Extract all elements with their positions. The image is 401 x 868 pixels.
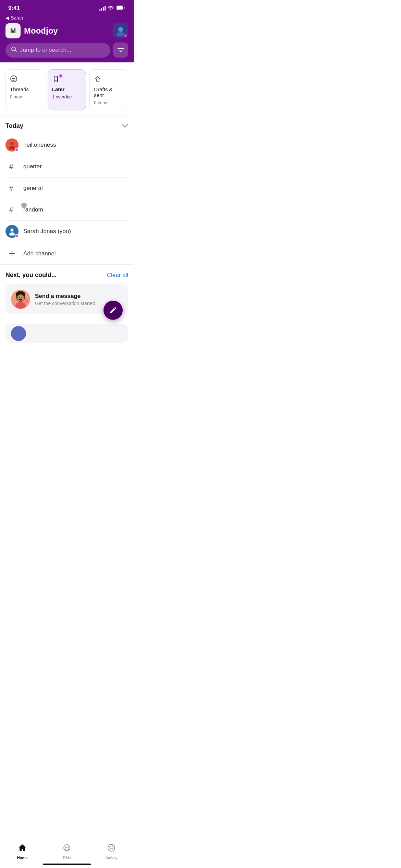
neil-name: neil.oneness bbox=[23, 142, 56, 148]
header-top: M Moodjoy bbox=[5, 23, 128, 38]
svg-point-27 bbox=[19, 297, 20, 298]
suggestion-card-message[interactable]: Send a message Get the conversation star… bbox=[5, 284, 128, 314]
status-icons bbox=[99, 5, 125, 11]
later-label: Later bbox=[52, 86, 82, 92]
svg-point-2 bbox=[118, 27, 123, 32]
threads-icon bbox=[10, 75, 20, 84]
next-section: Next, you could... Clear all bbox=[0, 264, 134, 348]
brand-logo: M bbox=[5, 23, 21, 38]
neil-avatar bbox=[5, 138, 19, 152]
user-avatar[interactable] bbox=[113, 23, 128, 38]
svg-point-11 bbox=[13, 78, 14, 79]
compose-fab-button[interactable] bbox=[104, 301, 123, 320]
sarah-name: Sarah Jonas (you) bbox=[23, 228, 71, 235]
svg-point-20 bbox=[9, 232, 15, 236]
brand: M Moodjoy bbox=[5, 23, 58, 38]
today-chevron-icon[interactable] bbox=[121, 122, 128, 130]
drafts-sub: 0 items bbox=[94, 100, 124, 105]
drafts-card[interactable]: Drafts & sent 0 items bbox=[89, 69, 128, 110]
channel-quarter-name: quarter bbox=[23, 163, 42, 170]
svg-point-29 bbox=[19, 299, 22, 301]
suggestion-avatar bbox=[11, 290, 30, 309]
svg-point-32 bbox=[26, 301, 27, 302]
search-bar[interactable]: Jump to or search... bbox=[5, 43, 110, 58]
svg-point-10 bbox=[12, 78, 13, 79]
search-icon bbox=[11, 46, 17, 54]
svg-point-14 bbox=[10, 142, 14, 145]
svg-line-5 bbox=[15, 50, 17, 52]
safari-back[interactable]: ◀ Safari bbox=[5, 15, 128, 21]
svg-point-31 bbox=[24, 301, 25, 302]
threads-label: Threads bbox=[10, 86, 40, 92]
svg-point-28 bbox=[22, 297, 23, 298]
channel-general-item[interactable]: # general bbox=[5, 178, 128, 199]
svg-marker-13 bbox=[95, 76, 100, 81]
drafts-label: Drafts & sent bbox=[94, 86, 124, 98]
neil-status-dot bbox=[15, 148, 19, 152]
svg-point-33 bbox=[15, 302, 26, 309]
channel-general-name: general bbox=[23, 185, 43, 192]
sarah-status-dot bbox=[15, 234, 19, 238]
svg-point-12 bbox=[14, 78, 15, 79]
next-header: Next, you could... Clear all bbox=[5, 272, 128, 279]
signal-icon bbox=[99, 6, 106, 11]
channel-general-icon: # bbox=[5, 182, 19, 195]
channel-random-icon: # bbox=[5, 203, 19, 216]
status-bar: 9:41 bbox=[0, 0, 134, 14]
svg-text:#: # bbox=[9, 163, 13, 170]
svg-text:#: # bbox=[9, 206, 13, 214]
next-title: Next, you could... bbox=[5, 272, 57, 279]
today-header: Today bbox=[5, 122, 128, 130]
later-sub: 1 overdue bbox=[52, 94, 82, 99]
channel-quarter-icon: # bbox=[5, 160, 19, 173]
sarah-avatar bbox=[5, 225, 19, 238]
channel-random-name: random bbox=[23, 206, 43, 213]
later-card[interactable]: Later 1 overdue bbox=[48, 69, 86, 110]
add-channel-icon bbox=[5, 247, 19, 260]
clear-all-button[interactable]: Clear all bbox=[107, 272, 128, 279]
threads-sub: 0 new bbox=[10, 94, 40, 99]
partial-suggestion-card bbox=[5, 324, 128, 343]
add-channel-item[interactable]: Add channel bbox=[5, 242, 128, 264]
drafts-icon bbox=[94, 75, 104, 84]
dm-neil-item[interactable]: neil.oneness bbox=[5, 134, 128, 156]
header: ◀ Safari M Moodjoy Jump to bbox=[0, 14, 134, 62]
grey-indicator-dot bbox=[21, 203, 27, 208]
search-row: Jump to or search... bbox=[5, 43, 128, 58]
partial-avatar bbox=[11, 326, 26, 341]
add-channel-label: Add channel bbox=[23, 250, 56, 257]
svg-rect-1 bbox=[117, 6, 123, 10]
battery-icon bbox=[116, 5, 125, 11]
today-section: Today neil.oneness # quarter bbox=[0, 117, 134, 264]
cards-section: Threads 0 new Later 1 overdue Drafts & s… bbox=[0, 62, 134, 113]
today-title: Today bbox=[5, 122, 23, 130]
self-item[interactable]: Sarah Jonas (you) bbox=[5, 221, 128, 242]
threads-card[interactable]: Threads 0 new bbox=[5, 69, 44, 110]
status-time: 9:41 bbox=[8, 5, 20, 12]
later-icon bbox=[52, 75, 62, 84]
brand-name: Moodjoy bbox=[24, 26, 58, 36]
suggestion-title: Send a message bbox=[35, 293, 123, 300]
svg-point-19 bbox=[11, 229, 14, 232]
svg-text:#: # bbox=[9, 184, 13, 192]
channel-quarter-item[interactable]: # quarter bbox=[5, 156, 128, 178]
filter-button[interactable] bbox=[113, 43, 128, 58]
channel-random-item[interactable]: # random bbox=[5, 199, 128, 221]
svg-point-15 bbox=[9, 146, 15, 149]
avatar-status-dot bbox=[123, 34, 127, 38]
cards-row: Threads 0 new Later 1 overdue Drafts & s… bbox=[5, 69, 128, 110]
search-placeholder: Jump to or search... bbox=[20, 47, 71, 53]
back-chevron-icon: ◀ bbox=[5, 15, 9, 21]
wifi-icon bbox=[108, 5, 114, 11]
